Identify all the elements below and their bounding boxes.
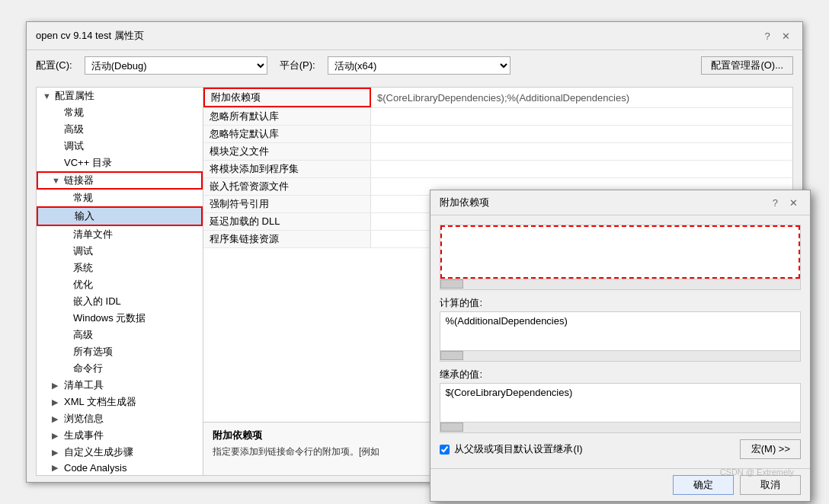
tree-item-manifest-tool[interactable]: ▶ 清单工具 xyxy=(37,377,203,394)
tree-item-label: 调试 xyxy=(64,139,84,153)
expand-icon: ▼ xyxy=(52,176,61,185)
prop-name-module-def: 模块定义文件 xyxy=(203,143,371,160)
prop-value-module-def xyxy=(371,143,792,160)
calc-container: %(AdditionalDependencies) xyxy=(440,311,801,362)
config-dropdown[interactable]: 活动(Debug) xyxy=(85,56,267,75)
additional-deps-input[interactable] xyxy=(440,225,800,279)
tree-item-label: VC++ 目录 xyxy=(64,156,112,170)
tree-item-label: 浏览信息 xyxy=(64,412,104,426)
tree-item-linker[interactable]: ▼ 链接器 xyxy=(37,171,203,190)
tree-item-embedded-idl[interactable]: 嵌入的 IDL xyxy=(37,293,203,310)
input-container xyxy=(440,225,801,290)
close-button[interactable]: ✕ xyxy=(778,28,793,43)
tree-item-vcpp-dirs[interactable]: VC++ 目录 xyxy=(37,155,203,171)
h-scrollbar-thumb-calc xyxy=(440,351,463,360)
expand-icon: ▼ xyxy=(43,91,52,100)
expand-icon: ▶ xyxy=(52,381,61,391)
h-scrollbar-thumb-input xyxy=(440,279,463,289)
tree-item-label: XML 文档生成器 xyxy=(64,395,136,409)
prop-value-ignore-specific-defaults xyxy=(371,126,792,142)
tree-item-xml-gen[interactable]: ▶ XML 文档生成器 xyxy=(37,394,203,410)
sub-close-button[interactable]: ✕ xyxy=(786,195,801,210)
prop-name-add-module: 将模块添加到程序集 xyxy=(203,161,371,177)
prop-row: 附加依赖项 $(CoreLibraryDependencies);%(Addit… xyxy=(203,88,792,108)
ok-button[interactable]: 确定 xyxy=(673,475,734,495)
tree-item-custom-build[interactable]: ▶ 自定义生成步骤 xyxy=(37,444,203,461)
inherit-checkbox-row: 从父级或项目默认设置继承(I) 宏(M) >> xyxy=(440,439,801,459)
macro-button[interactable]: 宏(M) >> xyxy=(740,439,801,459)
inherit-checkbox[interactable] xyxy=(440,445,450,455)
sub-dialog-title: 附加依赖项 xyxy=(440,196,489,209)
tree-item-browser-info[interactable]: ▶ 浏览信息 xyxy=(37,410,203,427)
tree-item-label: 链接器 xyxy=(64,174,94,187)
tree-item-general[interactable]: 常规 xyxy=(37,104,203,121)
tree-item-label: 高级 xyxy=(64,123,84,136)
main-titlebar: open cv 9.14 test 属性页 ? ✕ xyxy=(27,22,802,50)
tree-item-advanced2[interactable]: 高级 xyxy=(37,327,203,343)
tree-item-command-line[interactable]: 命令行 xyxy=(37,360,203,377)
help-button[interactable]: ? xyxy=(760,28,775,43)
tree-item-label: 自定义生成步骤 xyxy=(64,445,133,459)
tree-item-debug[interactable]: 调试 xyxy=(37,138,203,155)
tree-item-label: 输入 xyxy=(75,209,94,223)
prop-value-add-module xyxy=(371,161,792,177)
inherit-container: $(CoreLibraryDependencies) xyxy=(440,383,801,433)
platform-label: 平台(P): xyxy=(280,59,315,72)
sub-dialog-body: 计算的值: %(AdditionalDependencies) 继承的值: $(… xyxy=(431,215,810,468)
tree-item-label: Windows 元数据 xyxy=(73,311,146,325)
tree-item-linker-debug[interactable]: 调试 xyxy=(37,243,203,260)
sub-titlebar-controls: ? ✕ xyxy=(767,195,801,210)
tree-item-windows-metadata[interactable]: Windows 元数据 xyxy=(37,310,203,327)
tree-item-advanced[interactable]: 高级 xyxy=(37,121,203,138)
prop-row: 模块定义文件 xyxy=(203,143,792,161)
inherit-label: 继承的值: xyxy=(440,368,801,381)
calc-section: 计算的值: %(AdditionalDependencies) xyxy=(440,296,801,362)
calc-label: 计算的值: xyxy=(440,296,801,310)
h-scrollbar-input[interactable] xyxy=(440,279,800,289)
cancel-button[interactable]: 取消 xyxy=(740,475,801,495)
expand-icon: ▶ xyxy=(52,463,61,473)
prop-name-assembly-link: 程序集链接资源 xyxy=(203,231,371,247)
config-manager-button[interactable]: 配置管理器(O)... xyxy=(701,56,793,75)
config-row: 配置(C): 活动(Debug) 平台(P): 活动(x64) 配置管理器(O)… xyxy=(27,50,802,81)
prop-name-force-symbol: 强制符号引用 xyxy=(203,196,371,212)
h-scrollbar-thumb-inherit xyxy=(440,423,463,432)
sub-dialog-wrapper: 附加依赖项 ? ✕ 计算的值: %(Addi xyxy=(430,190,811,502)
titlebar-controls: ? ✕ xyxy=(760,28,793,43)
calc-value: %(AdditionalDependencies) xyxy=(440,312,800,350)
tree-item-label: 常规 xyxy=(73,191,93,205)
tree-item-code-analysis[interactable]: ▶ Code Analysis xyxy=(37,461,203,475)
tree-item-system[interactable]: 系统 xyxy=(37,260,203,276)
config-label: 配置(C): xyxy=(36,59,72,72)
tree-item-label: 生成事件 xyxy=(64,429,104,442)
inherit-checkbox-label: 从父级或项目默认设置继承(I) xyxy=(454,442,582,456)
platform-dropdown[interactable]: 活动(x64) xyxy=(328,56,511,75)
prop-row: 忽略特定默认库 xyxy=(203,126,792,143)
h-scrollbar-inherit[interactable] xyxy=(440,422,800,432)
prop-name-ignore-specific-defaults: 忽略特定默认库 xyxy=(203,126,371,142)
tree-item-manifest-file[interactable]: 清单文件 xyxy=(37,226,203,243)
tree-item-optimize[interactable]: 优化 xyxy=(37,276,203,293)
tree-item-label: 优化 xyxy=(73,278,93,292)
expand-icon: ▶ xyxy=(52,431,61,441)
tree-item-build-events[interactable]: ▶ 生成事件 xyxy=(37,427,203,444)
sub-help-button[interactable]: ? xyxy=(767,195,783,210)
tree-item-linker-general[interactable]: 常规 xyxy=(37,190,203,206)
watermark: CSDN @ Extremely xyxy=(720,467,794,477)
tree-item-linker-input[interactable]: 输入 xyxy=(37,206,203,226)
inherit-value: $(CoreLibraryDependencies) xyxy=(440,384,800,422)
prop-name-additional-deps: 附加依赖项 xyxy=(203,88,371,107)
expand-icon: ▶ xyxy=(52,448,61,458)
inherit-section: 继承的值: $(CoreLibraryDependencies) xyxy=(440,368,801,433)
tree-item-label: 常规 xyxy=(64,106,84,120)
tree-item-label: 嵌入的 IDL xyxy=(73,295,121,308)
tree-item-label: 所有选项 xyxy=(73,345,113,359)
tree-item-all-options[interactable]: 所有选项 xyxy=(37,343,203,360)
expand-icon: ▶ xyxy=(52,414,61,424)
h-scrollbar-calc[interactable] xyxy=(440,350,800,361)
prop-name-ignore-all-defaults: 忽略所有默认库 xyxy=(203,108,371,125)
tree-item-label: 清单文件 xyxy=(73,228,113,241)
tree-item-config-props[interactable]: ▼ 配置属性 xyxy=(37,88,203,104)
tree-item-label: 系统 xyxy=(73,261,93,275)
sub-dialog-titlebar: 附加依赖项 ? ✕ xyxy=(431,190,810,215)
